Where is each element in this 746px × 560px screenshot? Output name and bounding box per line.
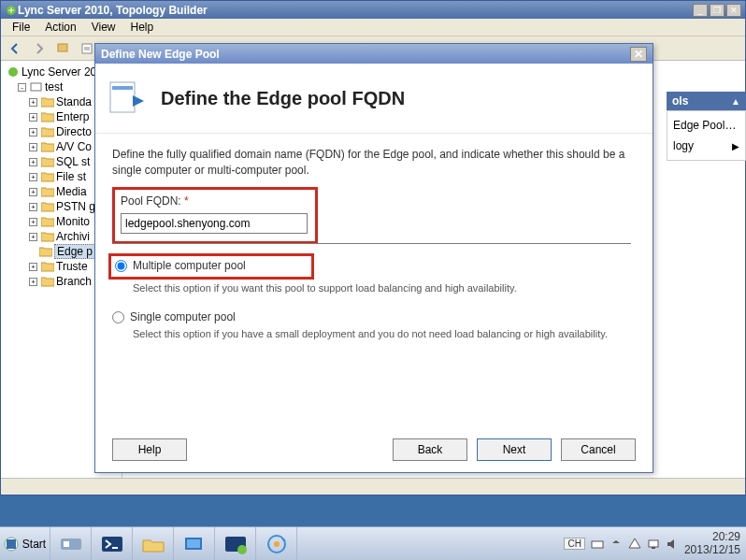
- clock-date: 2013/12/15: [684, 544, 740, 557]
- menu-file[interactable]: File: [5, 19, 37, 36]
- expander-icon[interactable]: +: [29, 128, 37, 136]
- action-new-edge-pool[interactable]: Edge Pool…: [673, 115, 739, 136]
- ime-indicator[interactable]: CH: [564, 538, 584, 550]
- sound-icon[interactable]: [666, 538, 679, 551]
- keyboard-icon[interactable]: [591, 538, 604, 551]
- help-button[interactable]: Help: [112, 438, 187, 461]
- task-server-manager[interactable]: [50, 527, 92, 561]
- dialog-heading: Define the Edge pool FQDN: [161, 88, 405, 109]
- folder-icon: [41, 111, 54, 122]
- radio-multiple-desc: Select this option if you want this pool…: [133, 281, 636, 296]
- svg-rect-18: [649, 540, 658, 547]
- tray-caret-icon[interactable]: [610, 538, 623, 551]
- radio-multiple-pool[interactable]: [115, 260, 127, 272]
- close-button[interactable]: ✕: [726, 4, 741, 17]
- expander-icon[interactable]: +: [29, 98, 37, 107]
- folder-icon: [41, 276, 54, 287]
- expander-icon[interactable]: +: [29, 233, 37, 241]
- minimize-button[interactable]: _: [693, 4, 708, 17]
- tree-item-label: Media: [56, 185, 87, 198]
- dialog-intro: Define the fully qualified domain name (…: [112, 147, 636, 179]
- folder-icon: [41, 171, 54, 182]
- cancel-button[interactable]: Cancel: [561, 438, 636, 461]
- fqdn-label-text: Pool FQDN:: [121, 194, 181, 208]
- taskbar: Start CH 20:29 2013/12/15: [0, 526, 746, 560]
- folder-icon: [41, 186, 54, 197]
- tree-item-label: Monito: [56, 215, 90, 228]
- tree-item-label: SQL st: [56, 155, 90, 168]
- action-label: logy: [673, 139, 694, 152]
- expander-icon[interactable]: +: [29, 173, 37, 181]
- menu-view[interactable]: View: [84, 19, 123, 36]
- menu-help[interactable]: Help: [123, 19, 162, 36]
- system-tray: CH 20:29 2013/12/15: [558, 527, 746, 560]
- dialog-close-button[interactable]: ✕: [630, 47, 647, 62]
- expander-icon[interactable]: +: [29, 218, 37, 226]
- tool-publish-icon[interactable]: [53, 38, 74, 59]
- tree-item-label: Truste: [56, 260, 88, 273]
- single-pool-row: Single computer pool: [112, 309, 636, 325]
- expander-icon[interactable]: +: [29, 203, 37, 211]
- action-topology[interactable]: logy ▶: [673, 136, 739, 156]
- folder-icon: [41, 216, 54, 227]
- folder-icon: [41, 96, 54, 108]
- menubar: File Action View Help: [1, 19, 745, 36]
- radio-single-pool[interactable]: [112, 311, 124, 323]
- pinned-apps: [50, 527, 297, 560]
- dialog-title: Define New Edge Pool: [101, 48, 220, 61]
- pool-fqdn-input[interactable]: [121, 213, 308, 234]
- folder-icon: [41, 156, 54, 167]
- svg-rect-4: [31, 83, 41, 91]
- task-explorer[interactable]: [133, 527, 174, 561]
- expander-icon[interactable]: +: [29, 188, 37, 196]
- folder-icon: [41, 231, 54, 242]
- task-topology-builder[interactable]: [256, 527, 297, 561]
- start-label: Start: [22, 538, 46, 551]
- back-button[interactable]: Back: [393, 438, 467, 461]
- folder-icon: [39, 246, 52, 257]
- folder-icon: [41, 201, 54, 212]
- app-icon: [5, 4, 18, 17]
- tree-item-label: Standa: [56, 95, 92, 108]
- actions-panel-header[interactable]: ols ▲: [667, 92, 746, 110]
- radio-single-desc: Select this option if you have a small d…: [133, 327, 636, 342]
- clock[interactable]: 20:29 2013/12/15: [684, 531, 740, 557]
- maximize-button[interactable]: ❐: [710, 4, 724, 17]
- task-powershell[interactable]: [92, 527, 133, 561]
- tree-item-label: PSTN g: [56, 200, 95, 213]
- menu-action[interactable]: Action: [37, 19, 83, 36]
- network-icon[interactable]: [647, 538, 660, 551]
- task-lync-shell[interactable]: [215, 527, 256, 561]
- chevron-right-icon: ▶: [732, 141, 739, 151]
- chevron-up-icon: ▲: [731, 96, 740, 107]
- task-rdp[interactable]: [174, 527, 215, 561]
- svg-rect-9: [64, 541, 69, 547]
- svg-rect-10: [102, 537, 122, 552]
- expander-icon[interactable]: +: [29, 158, 37, 166]
- dialog-titlebar: Define New Edge Pool ✕: [95, 44, 653, 64]
- expander-icon[interactable]: +: [29, 143, 37, 151]
- dialog-buttons: Help Back Next Cancel: [95, 438, 653, 461]
- dialog-body: Define the fully qualified domain name (…: [95, 134, 653, 355]
- folder-icon: [41, 141, 54, 152]
- actions-panel: ols ▲ Edge Pool… logy ▶: [667, 92, 746, 161]
- svg-rect-19: [652, 547, 655, 549]
- action-label: Edge Pool…: [673, 119, 736, 132]
- forward-button[interactable]: [29, 38, 50, 59]
- expander-icon[interactable]: +: [29, 113, 37, 122]
- action-center-icon[interactable]: [628, 538, 641, 551]
- back-button[interactable]: [5, 38, 25, 59]
- next-button[interactable]: Next: [477, 438, 552, 461]
- tree-item-label: Directo: [56, 125, 92, 138]
- expander-icon[interactable]: +: [29, 278, 37, 286]
- actions-panel-title: ols: [672, 94, 688, 108]
- start-button[interactable]: Start: [0, 527, 50, 560]
- expander-icon[interactable]: -: [18, 83, 26, 92]
- required-asterisk: *: [184, 194, 189, 208]
- tree-item-label: A/V Co: [56, 140, 92, 153]
- statusbar: [1, 478, 745, 495]
- expander-icon[interactable]: +: [29, 263, 37, 271]
- wizard-icon: [107, 77, 150, 120]
- fqdn-highlight: Pool FQDN: *: [112, 187, 318, 244]
- svg-rect-6: [112, 86, 133, 90]
